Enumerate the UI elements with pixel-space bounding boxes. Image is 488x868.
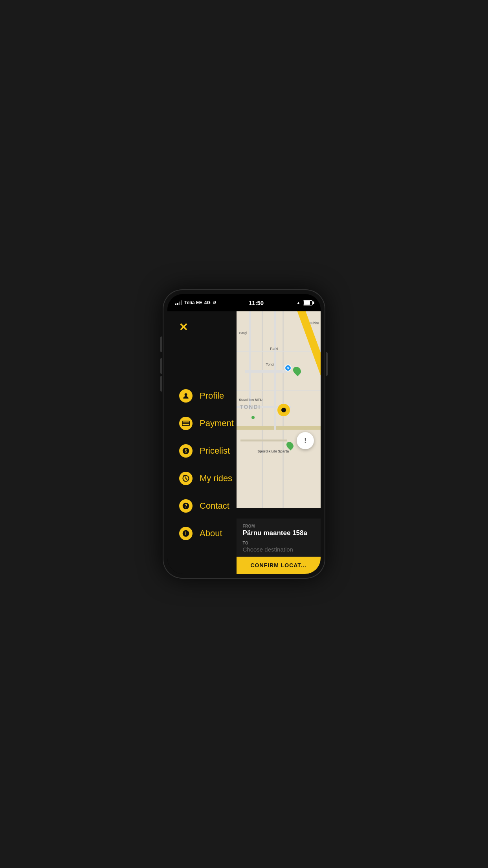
data-icon: ↺ — [213, 300, 216, 305]
sparta-pin — [287, 441, 293, 449]
status-bar: Telia EE 4G ↺ 11:50 ▲ — [167, 294, 321, 311]
menu-item-profile[interactable]: Profile — [167, 382, 252, 410]
tondi-marker: B — [284, 364, 292, 371]
minor-road-v2 — [274, 311, 276, 430]
time-label: 11:50 — [249, 300, 264, 306]
profile-label: Profile — [200, 391, 224, 401]
contact-icon: ? — [179, 499, 193, 513]
status-left: Telia EE 4G ↺ — [175, 300, 216, 305]
pricelist-label: Pricelist — [200, 446, 230, 456]
from-value: Pärnu maantee 158a — [243, 529, 315, 537]
profile-icon — [179, 389, 193, 403]
location-pin — [277, 404, 290, 416]
road-label-3: Juhke — [310, 321, 319, 325]
menu-item-my-rides[interactable]: My rides — [167, 465, 252, 492]
confirm-button[interactable]: CONFIRM LOCAT... — [237, 557, 321, 574]
carrier-label: Telia EE — [184, 300, 202, 305]
svg-text:i: i — [185, 531, 186, 536]
svg-point-0 — [185, 393, 187, 396]
to-value: Choose destination — [243, 546, 315, 553]
payment-icon — [179, 417, 193, 430]
app-screen: ✕ — [167, 311, 321, 574]
my-rides-label: My rides — [200, 473, 232, 484]
from-label: FROM — [243, 524, 315, 528]
road-label-4: Tondi — [266, 362, 275, 366]
network-label: 4G — [204, 300, 211, 305]
phone-frame: Telia EE 4G ↺ 11:50 ▲ ✕ — [163, 289, 325, 579]
about-icon: i — [179, 527, 193, 540]
report-icon: ! — [304, 437, 306, 444]
minor-road-1 — [245, 370, 287, 373]
payment-label: Payment — [200, 418, 234, 428]
svg-text:?: ? — [184, 503, 187, 509]
pricelist-icon: $ — [179, 444, 193, 458]
contact-label: Contact — [200, 501, 229, 511]
my-rides-icon — [179, 472, 193, 485]
status-right: ▲ — [296, 300, 313, 305]
road-label-2: Parki — [270, 347, 278, 351]
signal-icon — [175, 300, 182, 305]
road-label-1: Pärgi — [239, 331, 247, 335]
svg-text:$: $ — [185, 449, 187, 453]
menu-item-pricelist[interactable]: $ Pricelist — [167, 437, 252, 465]
battery-fill — [304, 301, 310, 305]
to-label: TO — [243, 541, 315, 545]
place-label-sparta: Spordiklubi Sparta — [257, 449, 289, 453]
green-dot — [251, 416, 255, 419]
close-button[interactable]: ✕ — [175, 319, 191, 335]
battery-icon — [303, 300, 313, 305]
pin-outer — [277, 404, 290, 416]
map-road-v1 — [262, 311, 263, 508]
location-icon: ▲ — [296, 300, 301, 305]
menu-item-payment[interactable]: Payment — [167, 410, 252, 437]
svg-rect-2 — [182, 423, 189, 424]
menu-item-about[interactable]: i About — [167, 520, 252, 547]
about-label: About — [200, 528, 222, 539]
menu-list: Profile Payment — [167, 382, 252, 547]
green-place-pin — [294, 366, 301, 375]
phone-screen: Telia EE 4G ↺ 11:50 ▲ ✕ — [167, 294, 321, 574]
report-button[interactable]: ! — [297, 432, 314, 449]
menu-item-contact[interactable]: ? Contact — [167, 492, 252, 520]
pin-inner — [281, 408, 286, 412]
